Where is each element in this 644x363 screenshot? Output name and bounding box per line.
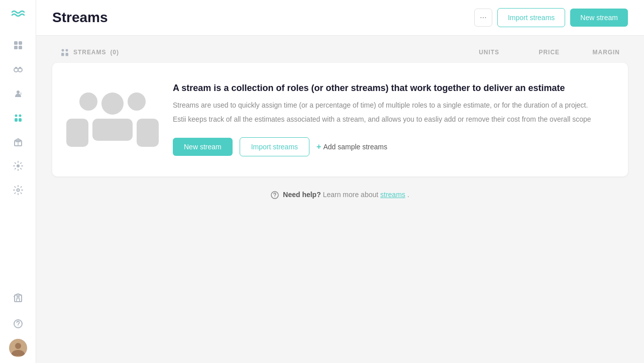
sidebar-item-help[interactable] [7,313,29,335]
svg-point-21 [18,325,19,326]
illus-group [66,93,159,147]
empty-state-desc1: Streams are used to quickly assign time … [173,100,608,111]
app-logo[interactable] [10,6,26,22]
sidebar-item-ai[interactable] [7,155,29,177]
svg-rect-7 [19,67,21,69]
streams-table-header: STREAMS (0) UNITS PRICE MARGIN [52,48,628,63]
add-sample-plus-icon: + [316,142,321,151]
sidebar-item-packages[interactable] [7,131,29,153]
svg-point-8 [17,90,20,94]
add-sample-streams-button[interactable]: + Add sample streams [316,142,387,151]
empty-state-content: A stream is a collection of roles (or ot… [173,83,608,156]
sidebar: $ [0,0,36,363]
empty-illustration [72,93,153,147]
import-streams-button-empty[interactable]: Import streams [240,137,309,156]
sidebar-bottom [7,287,29,357]
svg-rect-13 [19,118,22,122]
new-stream-button-empty[interactable]: New stream [173,138,233,156]
svg-rect-19 [18,296,20,298]
illus-rect-1 [66,119,88,147]
svg-point-11 [19,115,21,117]
svg-point-16 [17,189,19,192]
svg-point-15 [17,164,20,167]
streams-count: (0) [110,49,119,56]
svg-point-23 [15,343,21,349]
sidebar-item-building[interactable] [7,287,29,309]
svg-point-25 [66,49,68,52]
col-price: PRICE [499,49,560,56]
sidebar-item-binoculars[interactable] [7,58,29,80]
svg-rect-2 [14,46,18,49]
sidebar-item-dashboard[interactable] [7,34,29,56]
help-section: Need help? Learn more about streams . [52,191,628,199]
illus-circle-2 [101,93,124,115]
empty-state-desc2: Estii keeps track of all the estimates a… [173,114,608,125]
sidebar-item-roles[interactable]: $ [7,82,29,105]
svg-rect-6 [15,67,17,69]
import-streams-button-header[interactable]: Import streams [497,8,565,27]
svg-rect-26 [61,53,64,56]
illus-rect-2 [92,119,133,141]
add-sample-label: Add sample streams [323,143,387,151]
streams-label: STREAMS (0) [60,48,439,57]
svg-point-29 [275,197,275,197]
illus-circle-1 [79,93,97,111]
help-prefix: Need help? [283,191,320,199]
sidebar-item-streams[interactable] [7,107,29,129]
header-actions: ··· Import streams New stream [474,8,628,27]
help-suffix: . [407,191,409,199]
illus-circle-3 [128,93,146,111]
svg-point-10 [15,115,17,117]
sidebar-item-settings[interactable] [7,179,29,201]
help-circle-icon [271,191,279,199]
more-options-button[interactable]: ··· [474,9,492,27]
svg-rect-27 [66,53,69,56]
col-units: UNITS [439,49,499,56]
col-margin: MARGIN [560,49,620,56]
empty-state-actions: New stream Import streams + Add sample s… [173,137,608,156]
illus-bottom-row [66,119,159,147]
main-content: Streams ··· Import streams New stream ST… [36,0,644,363]
page-content: STREAMS (0) UNITS PRICE MARGIN [36,36,644,363]
streams-col-label: STREAMS [73,49,106,56]
svg-rect-18 [17,296,18,298]
streams-help-link[interactable]: streams [380,191,405,199]
user-avatar[interactable] [9,339,27,357]
help-middle: Learn more about [323,191,380,199]
svg-rect-12 [15,118,18,122]
new-stream-button-header[interactable]: New stream [570,9,628,27]
empty-state-card: A stream is a collection of roles (or ot… [52,63,628,176]
svg-rect-3 [19,46,22,49]
empty-state-title: A stream is a collection of roles (or ot… [173,83,608,94]
svg-point-24 [62,49,64,52]
page-title: Streams [52,10,108,26]
streams-col-icon [60,48,69,57]
illus-top-row [66,93,159,115]
svg-rect-1 [19,41,22,45]
svg-rect-0 [14,41,18,45]
illus-rect-3 [137,119,159,147]
sidebar-nav: $ [7,34,29,287]
svg-text:$: $ [20,92,22,95]
page-header: Streams ··· Import streams New stream [36,0,644,36]
